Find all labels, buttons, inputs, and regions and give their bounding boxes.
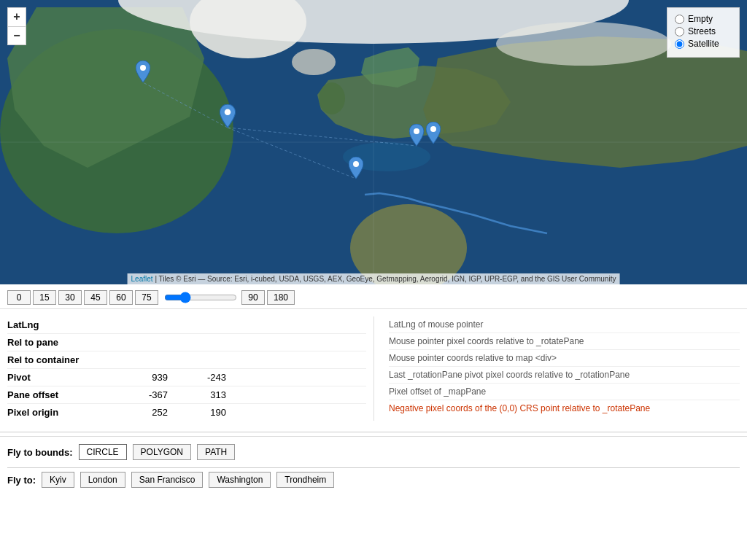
latlng-desc-row: LatLng of mouse pointer <box>389 316 740 333</box>
controls-panel: 0 15 30 45 60 75 90 180 <box>0 284 747 309</box>
info-right: LatLng of mouse pointer Mouse pointer pi… <box>374 316 740 421</box>
angle-btn-45[interactable]: 45 <box>84 290 107 305</box>
rel-container-label: Rel to container <box>7 354 124 365</box>
latlng-label: LatLng <box>7 319 124 330</box>
pixel-origin-row: Pixel origin 252 190 <box>7 404 366 421</box>
angle-slider[interactable] <box>164 292 237 303</box>
layer-empty-option[interactable]: Empty <box>675 14 732 24</box>
angle-btn-90[interactable]: 90 <box>241 290 265 305</box>
marker-san-francisco[interactable] <box>136 61 150 82</box>
layer-streets-option[interactable]: Streets <box>675 26 732 36</box>
city-washington-button[interactable]: Washington <box>209 472 271 488</box>
layer-satellite-radio[interactable] <box>675 39 684 49</box>
fly-bounds-row: Fly to bounds: CIRCLE POLYGON PATH <box>7 444 740 460</box>
rel-container-desc-row: Mouse pointer coords relative to map <di… <box>389 350 740 367</box>
latlng-row: LatLng <box>7 316 366 334</box>
angle-btn-60[interactable]: 60 <box>109 290 133 305</box>
rel-pane-label: Rel to pane <box>7 337 124 348</box>
svg-point-22 <box>430 126 436 132</box>
latlng-desc: LatLng of mouse pointer <box>389 319 483 330</box>
rel-container-desc: Mouse pointer coords relative to map <di… <box>389 353 557 363</box>
city-trondheim-button[interactable]: Trondheim <box>276 472 334 488</box>
layer-empty-radio[interactable] <box>675 15 684 24</box>
rel-pane-row: Rel to pane <box>7 334 366 351</box>
map-background <box>0 0 747 284</box>
city-san-francisco-button[interactable]: San Francisco <box>131 472 204 488</box>
layer-streets-radio[interactable] <box>675 27 684 36</box>
attribution-text: | Tiles © Esri — Source: Esri, i-cubed, … <box>155 275 616 283</box>
pane-offset-x: -367 <box>124 389 182 400</box>
svg-point-18 <box>140 65 146 71</box>
map-attribution: Leaflet | Tiles © Esri — Source: Esri, i… <box>128 273 620 284</box>
pivot-x: 939 <box>124 372 182 383</box>
rel-pane-desc-row: Mouse pointer pixel coords relative to _… <box>389 333 740 350</box>
bounds-polygon-button[interactable]: POLYGON <box>133 444 191 460</box>
zoom-in-button[interactable]: + <box>7 7 26 26</box>
svg-point-9 <box>319 82 345 114</box>
angle-btn-180[interactable]: 180 <box>267 290 295 305</box>
layer-streets-label: Streets <box>688 26 716 36</box>
angle-slider-container <box>164 292 237 303</box>
pivot-desc-row: Last _rotationPane pivot pixel coords re… <box>389 367 740 384</box>
pane-offset-label: Pane offset <box>7 389 124 400</box>
pane-offset-row: Pane offset -367 313 <box>7 386 366 404</box>
divider-2 <box>7 467 740 468</box>
pane-offset-y: 313 <box>182 389 241 400</box>
city-london-button[interactable]: London <box>80 472 125 488</box>
svg-point-20 <box>353 161 359 167</box>
svg-point-12 <box>496 22 671 66</box>
zoom-controls: + − <box>7 7 26 45</box>
bounds-circle-button[interactable]: CIRCLE <box>79 444 127 460</box>
rel-pane-desc: Mouse pointer pixel coords relative to _… <box>389 336 584 346</box>
angle-buttons-container: 0 15 30 45 60 75 90 180 <box>7 290 740 305</box>
map-container[interactable]: + − Empty Streets Satellite <box>0 0 747 284</box>
marker-london[interactable] <box>349 157 363 179</box>
svg-point-21 <box>414 128 419 134</box>
divider-1 <box>0 432 747 432</box>
layer-control: Empty Streets Satellite <box>667 7 740 58</box>
angle-btn-30[interactable]: 30 <box>58 290 82 305</box>
pixel-origin-y: 190 <box>182 407 241 418</box>
layer-empty-label: Empty <box>688 14 713 24</box>
bounds-path-button[interactable]: PATH <box>197 444 235 460</box>
marker-washington[interactable] <box>220 104 236 128</box>
fly-bounds-label: Fly to bounds: <box>7 447 73 458</box>
marker-kyiv[interactable] <box>426 122 441 144</box>
pixel-origin-x: 252 <box>124 407 182 418</box>
layer-satellite-label: Satellite <box>688 39 719 49</box>
zoom-out-button[interactable]: − <box>7 26 26 45</box>
svg-point-19 <box>225 109 231 115</box>
pivot-row: Pivot 939 -243 <box>7 369 366 386</box>
angle-btn-75[interactable]: 75 <box>135 290 158 305</box>
fly-to-row: Fly to: Kyiv London San Francisco Washin… <box>7 472 740 488</box>
layer-satellite-option[interactable]: Satellite <box>675 39 732 49</box>
leaflet-link[interactable]: Leaflet <box>131 275 153 283</box>
angle-btn-0[interactable]: 0 <box>7 290 31 305</box>
pixel-origin-label: Pixel origin <box>7 407 124 418</box>
info-left: LatLng Rel to pane Rel to container Pivo… <box>7 316 374 421</box>
svg-point-4 <box>292 49 336 75</box>
pivot-label: Pivot <box>7 372 124 383</box>
angle-btn-15[interactable]: 15 <box>33 290 56 305</box>
info-panel: LatLng Rel to pane Rel to container Pivo… <box>0 309 747 428</box>
city-kyiv-button[interactable]: Kyiv <box>42 472 74 488</box>
rel-container-row: Rel to container <box>7 351 366 369</box>
bottom-panel: Fly to bounds: CIRCLE POLYGON PATH Fly t… <box>0 436 747 495</box>
marker-trondheim[interactable] <box>409 124 424 146</box>
fly-to-label: Fly to: <box>7 475 36 486</box>
pivot-y: -243 <box>182 372 241 383</box>
pixel-origin-desc-row: Negative pixel coords of the (0,0) CRS p… <box>389 400 740 416</box>
pane-offset-desc-row: Pixel offset of _mapPane <box>389 384 740 400</box>
pixel-origin-desc: Negative pixel coords of the (0,0) CRS p… <box>389 403 650 413</box>
pivot-desc: Last _rotationPane pivot pixel coords re… <box>389 370 630 380</box>
pane-offset-desc: Pixel offset of _mapPane <box>389 386 486 397</box>
